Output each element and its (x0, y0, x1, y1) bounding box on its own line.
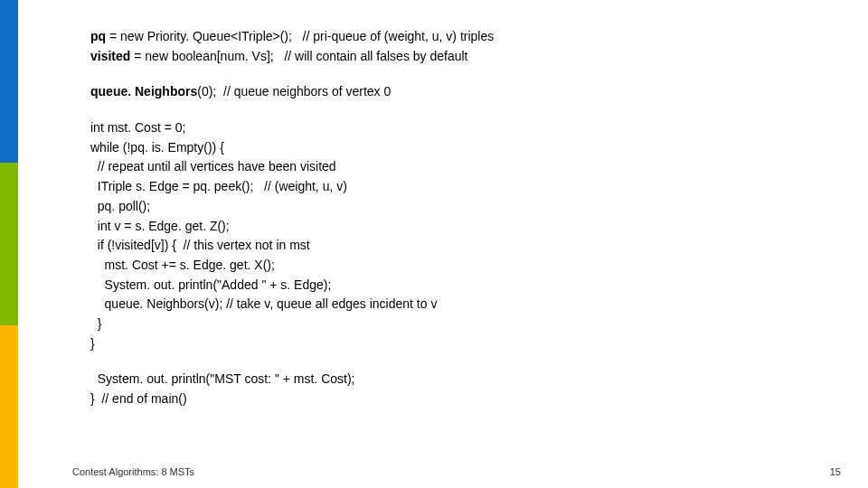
sidebar-green (0, 163, 18, 325)
code-line: System. out. println("MST cost: " + mst.… (90, 370, 814, 389)
code-line: System. out. println("Added " + s. Edge)… (90, 276, 814, 296)
code-line: while (!pq. is. Empty()) { (90, 138, 814, 158)
footer-title: Contest Algorithms: 8 MSTs (72, 466, 194, 477)
sidebar-blue (0, 0, 18, 163)
code-text: = new boolean[num. Vs]; // will contain … (130, 49, 467, 63)
code-line: pq. poll(); (90, 197, 814, 217)
code-line: visited = new boolean[num. Vs]; // will … (90, 47, 814, 67)
code-bold: queue. Neighbors (90, 84, 197, 99)
code-line: mst. Cost += s. Edge. get. X(); (90, 256, 814, 276)
code-bold: visited (90, 49, 130, 63)
code-text: (0); // queue neighbors of vertex 0 (197, 84, 391, 99)
code-bold: pq (90, 29, 106, 43)
code-line: queue. Neighbors(0); // queue neighbors … (90, 82, 814, 102)
code-line: int mst. Cost = 0; (90, 118, 814, 138)
page-number: 15 (830, 466, 841, 477)
code-line: } (90, 334, 814, 354)
code-line: } // end of main() (90, 389, 814, 409)
code-line: int v = s. Edge. get. Z(); (90, 217, 814, 237)
code-line: ITriple s. Edge = pq. peek(); // (weight… (90, 177, 814, 197)
code-line: if (!visited[v]) { // this vertex not in… (90, 236, 814, 256)
code-content: pq = new Priority. Queue<ITriple>(); // … (90, 27, 814, 409)
code-line: } (90, 314, 814, 334)
code-text: = new Priority. Queue<ITriple>(); // pri… (106, 29, 494, 43)
color-sidebar (0, 0, 18, 488)
sidebar-yellow (0, 325, 18, 488)
code-line: // repeat until all vertices have been v… (90, 157, 814, 177)
code-line: pq = new Priority. Queue<ITriple>(); // … (90, 27, 814, 47)
code-line: queue. Neighbors(v); // take v, queue al… (90, 295, 814, 314)
